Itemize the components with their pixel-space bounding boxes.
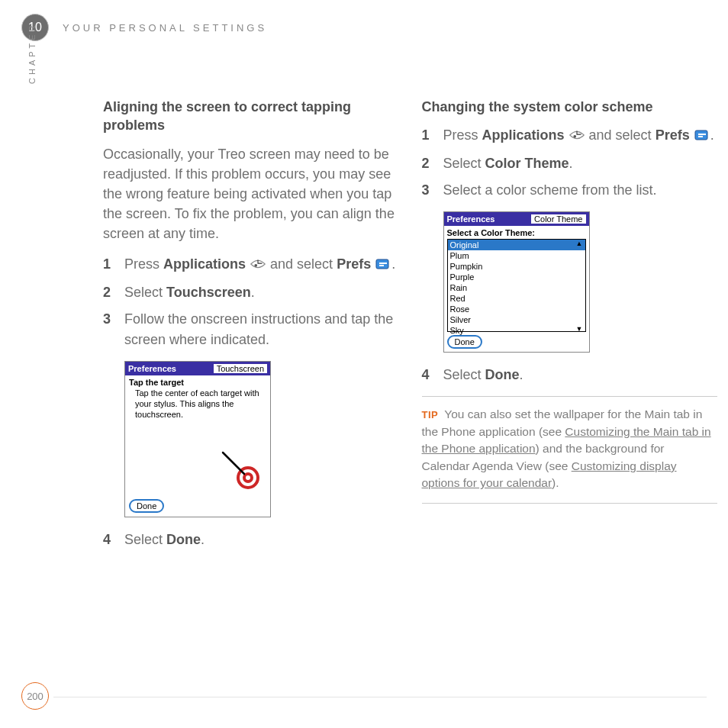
scroll-up-icon[interactable]: ▲ bbox=[576, 240, 583, 246]
svg-rect-12 bbox=[698, 136, 703, 137]
shot-heading: Tap the target bbox=[129, 378, 184, 387]
footer-rule bbox=[53, 697, 707, 697]
shot-title-right: Touchscreen bbox=[214, 364, 267, 373]
shot-heading: Select a Color Theme: bbox=[444, 226, 589, 237]
list-item[interactable]: Rose bbox=[448, 304, 585, 314]
left-step-2: Select Touchscreen. bbox=[103, 282, 399, 303]
tip-box: TIP You can also set the wallpaper for t… bbox=[422, 396, 718, 503]
left-steps: Press Applications and select Prefs . Se… bbox=[103, 254, 399, 350]
list-item[interactable]: Silver bbox=[448, 314, 585, 325]
scroll-down-icon[interactable]: ▼ bbox=[576, 326, 583, 332]
svg-rect-2 bbox=[379, 263, 387, 264]
right-step-1: Press Applications and select Prefs . bbox=[422, 125, 718, 147]
left-step-4: Select Done. bbox=[103, 530, 399, 550]
svg-point-7 bbox=[246, 475, 250, 480]
list-item[interactable]: Purple bbox=[448, 272, 585, 282]
right-column: Changing the system color scheme Press A… bbox=[422, 98, 718, 561]
tip-label: TIP bbox=[422, 409, 439, 420]
list-item[interactable]: ▲Original bbox=[448, 240, 585, 250]
right-step-3: Select a color scheme from the list. bbox=[422, 180, 718, 201]
right-step-4: Select Done. bbox=[422, 365, 718, 385]
list-item[interactable]: Rain bbox=[448, 282, 585, 293]
shot-title-right: Color Theme bbox=[531, 214, 585, 224]
svg-rect-3 bbox=[379, 265, 384, 266]
left-intro: Occasionally, your Treo screen may need … bbox=[103, 144, 399, 243]
list-item[interactable]: Red bbox=[448, 293, 585, 304]
right-step-2: Select Color Theme. bbox=[422, 153, 718, 174]
target-graphic bbox=[129, 420, 266, 496]
right-steps: Press Applications and select Prefs . Se… bbox=[422, 125, 718, 201]
svg-rect-11 bbox=[698, 134, 706, 135]
prefs-icon bbox=[694, 127, 710, 147]
shot-body-text: Tap the center of each target with your … bbox=[129, 387, 266, 420]
list-item[interactable]: Pumpkin bbox=[448, 261, 585, 272]
page-number: 200 bbox=[21, 682, 49, 710]
svg-line-8 bbox=[223, 453, 244, 474]
color-theme-list[interactable]: ▲Original Plum Pumpkin Purple Rain Red R… bbox=[447, 239, 586, 332]
left-heading: Aligning the screen to correct tapping p… bbox=[103, 98, 399, 135]
prefs-icon bbox=[375, 256, 391, 276]
right-heading: Changing the system color scheme bbox=[422, 98, 718, 116]
left-step-3: Follow the onscreen instructions and tap… bbox=[103, 309, 399, 350]
done-button[interactable]: Done bbox=[129, 499, 164, 513]
svg-point-0 bbox=[254, 264, 257, 267]
screenshot-touchscreen: Preferences Touchscreen Tap the target T… bbox=[124, 361, 271, 517]
shot-title-left: Preferences bbox=[447, 214, 495, 224]
chapter-label: CHAPTER bbox=[27, 22, 37, 84]
shot-title-left: Preferences bbox=[128, 364, 176, 373]
applications-icon bbox=[569, 127, 585, 147]
left-column: Aligning the screen to correct tapping p… bbox=[103, 98, 399, 561]
page-title: YOUR PERSONAL SETTINGS bbox=[63, 22, 267, 34]
svg-point-9 bbox=[573, 135, 576, 138]
done-button[interactable]: Done bbox=[447, 335, 482, 349]
screenshot-color-theme: Preferences Color Theme Select a Color T… bbox=[443, 211, 590, 353]
list-item[interactable]: Plum bbox=[448, 250, 585, 261]
list-item[interactable]: ▼Sky bbox=[448, 325, 585, 336]
left-step-1: Press Applications and select Prefs . bbox=[103, 254, 399, 276]
applications-icon bbox=[250, 256, 266, 276]
